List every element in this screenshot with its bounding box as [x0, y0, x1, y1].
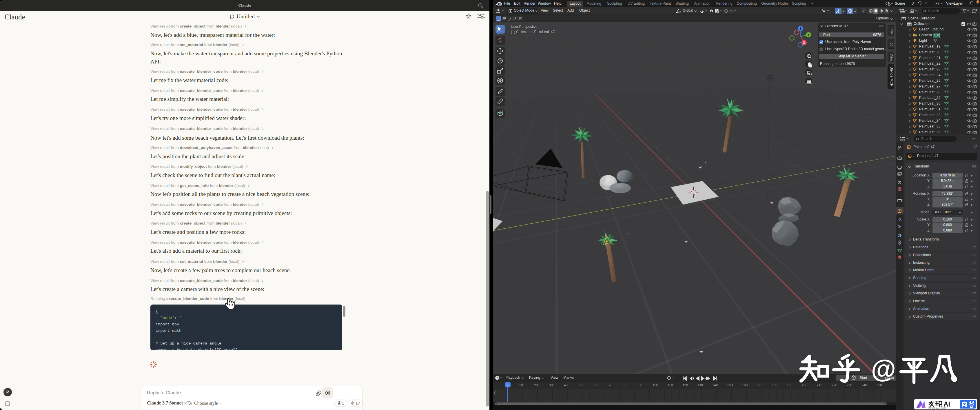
svg-text:Y: Y	[808, 33, 810, 37]
svg-text:Z: Z	[800, 27, 802, 30]
svg-text:@: @	[871, 354, 896, 383]
svg-text:X: X	[803, 41, 805, 44]
svg-text:FAXIANAI.COM: FAXIANAI.COM	[928, 407, 946, 409]
